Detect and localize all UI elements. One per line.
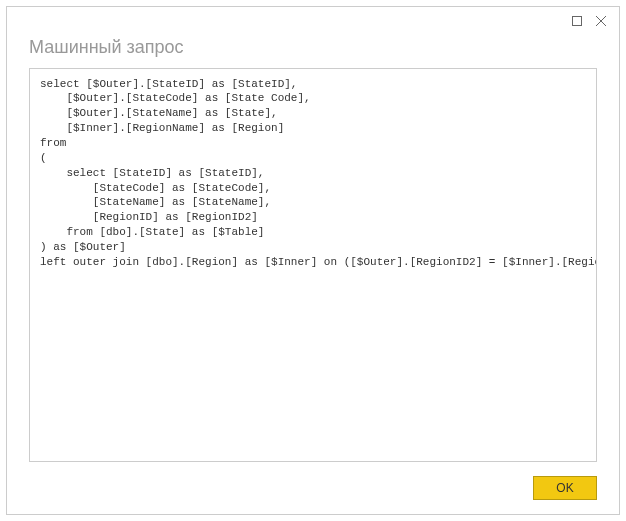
native-query-dialog: Машинный запрос select [$Outer].[StateID… — [6, 6, 620, 515]
maximize-button[interactable] — [565, 11, 589, 31]
query-code-panel[interactable]: select [$Outer].[StateID] as [StateID], … — [29, 68, 597, 462]
maximize-icon — [572, 16, 582, 26]
titlebar — [7, 7, 619, 35]
close-button[interactable] — [589, 11, 613, 31]
dialog-title: Машинный запрос — [7, 35, 619, 68]
ok-button[interactable]: OK — [533, 476, 597, 500]
svg-rect-0 — [573, 16, 582, 25]
query-code-text: select [$Outer].[StateID] as [StateID], … — [40, 77, 586, 270]
button-row: OK — [7, 462, 619, 514]
close-icon — [596, 16, 606, 26]
